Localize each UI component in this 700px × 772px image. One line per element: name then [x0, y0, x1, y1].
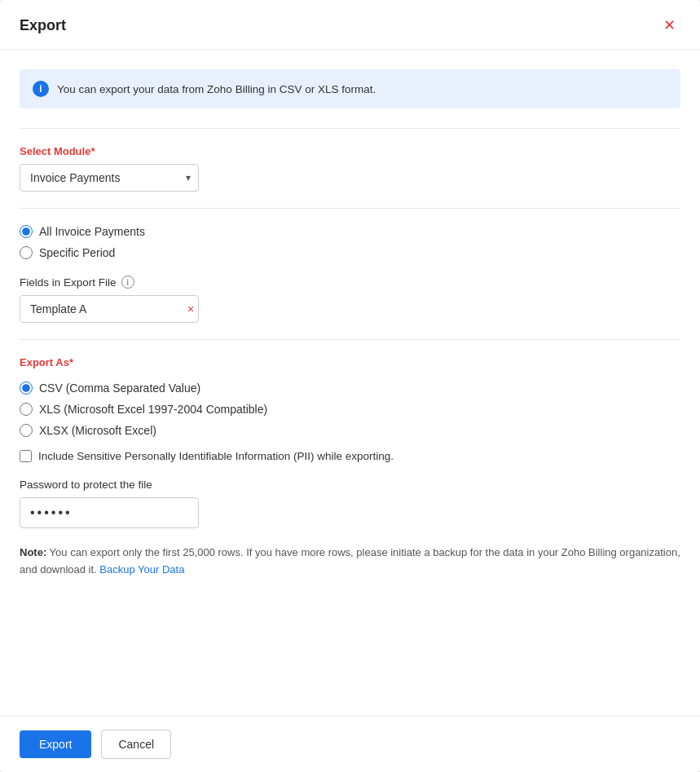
password-label: Password to protect the file	[20, 479, 680, 491]
note-section: Note: You can export only the first 25,0…	[20, 545, 680, 595]
select-module-label: Select Module*	[20, 145, 680, 157]
all-payments-label: All Invoice Payments	[39, 225, 145, 238]
pii-label: Include Sensitive Personally Identifiabl…	[38, 450, 394, 462]
all-payments-radio[interactable]: All Invoice Payments	[20, 225, 680, 238]
divider-2	[20, 208, 680, 209]
fields-label: Fields in Export File i	[20, 276, 680, 289]
xlsx-radio[interactable]: XLSX (Microsoft Excel)	[20, 424, 680, 437]
modal-header: Export ✕	[0, 0, 700, 50]
template-clear-button[interactable]: ×	[183, 302, 199, 315]
password-section: Password to protect the file	[20, 479, 680, 528]
specific-period-label: Specific Period	[39, 246, 115, 259]
note-bold: Note:	[20, 546, 46, 558]
info-text: You can export your data from Zoho Billi…	[57, 83, 376, 95]
period-filter-group: All Invoice Payments Specific Period	[20, 225, 680, 259]
backup-link[interactable]: Backup Your Data	[99, 563, 184, 576]
export-as-label: Export As*	[20, 356, 680, 368]
info-banner: i You can export your data from Zoho Bil…	[20, 69, 680, 108]
note-text: Note: You can export only the first 25,0…	[20, 546, 680, 576]
export-modal: Export ✕ i You can export your data from…	[0, 0, 700, 772]
pii-checkbox-item: Include Sensitive Personally Identifiabl…	[20, 450, 680, 462]
export-as-section: Export As* CSV (Comma Separated Value) X…	[20, 356, 680, 437]
xls-radio[interactable]: XLS (Microsoft Excel 1997-2004 Compatibl…	[20, 403, 680, 416]
cancel-button[interactable]: Cancel	[101, 730, 171, 759]
xls-label: XLS (Microsoft Excel 1997-2004 Compatibl…	[39, 403, 267, 416]
select-module-dropdown[interactable]: Invoice Payments Invoices Customers Item…	[20, 164, 199, 192]
password-input[interactable]	[20, 497, 199, 528]
select-module-wrapper: Invoice Payments Invoices Customers Item…	[20, 164, 199, 192]
csv-radio[interactable]: CSV (Comma Separated Value)	[20, 382, 680, 395]
export-button[interactable]: Export	[20, 730, 91, 758]
modal-title: Export	[20, 17, 66, 34]
csv-label: CSV (Comma Separated Value)	[39, 382, 200, 395]
export-format-group: CSV (Comma Separated Value) XLS (Microso…	[20, 382, 680, 437]
template-input[interactable]	[20, 296, 183, 322]
all-payments-radio-input[interactable]	[20, 225, 33, 238]
fields-info-icon[interactable]: i	[121, 276, 134, 289]
modal-body: i You can export your data from Zoho Bil…	[0, 50, 700, 716]
divider-1	[20, 128, 680, 129]
xls-radio-input[interactable]	[20, 403, 33, 416]
close-button[interactable]: ✕	[658, 15, 680, 36]
specific-period-radio[interactable]: Specific Period	[20, 246, 680, 259]
pii-checkbox[interactable]	[20, 450, 32, 462]
info-icon: i	[33, 81, 49, 97]
divider-3	[20, 339, 680, 340]
specific-period-radio-input[interactable]	[20, 246, 33, 259]
clear-icon: ×	[187, 302, 194, 315]
template-select-wrapper: × ▾	[20, 295, 199, 323]
xlsx-label: XLSX (Microsoft Excel)	[39, 424, 156, 437]
xlsx-radio-input[interactable]	[20, 424, 33, 437]
fields-label-text: Fields in Export File	[20, 276, 117, 289]
csv-radio-input[interactable]	[20, 382, 33, 395]
modal-footer: Export Cancel	[0, 716, 700, 772]
